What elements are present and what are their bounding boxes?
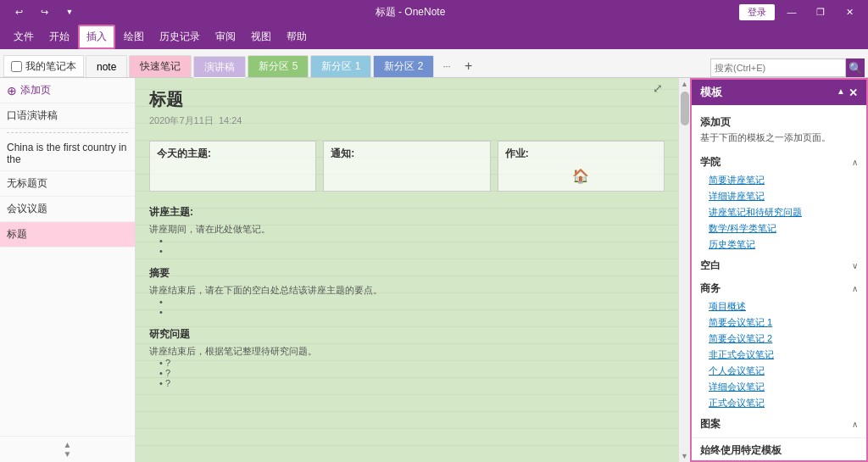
template-link-personal-meeting[interactable]: 个人会议笔记 xyxy=(692,363,866,379)
menu-home[interactable]: 开始 xyxy=(42,26,76,47)
note-content: ⤢ 标题 2020年7月11日 14:24 今天的主题: 通知: xyxy=(136,78,690,462)
menu-review[interactable]: 审阅 xyxy=(209,26,242,47)
category-business: 商务 ∧ 项目概述 简要会议笔记 1 简要会议笔记 2 非正式会议笔记 个人会议… xyxy=(692,279,866,411)
note-boxes: 今天的主题: 通知: 作业: 🏠 xyxy=(149,141,665,192)
menu-help[interactable]: 帮助 xyxy=(280,26,314,47)
quick-access-button[interactable]: ▼ xyxy=(58,3,81,21)
lecture-theme-content: 讲座期间，请在此处做笔记。 xyxy=(149,223,665,236)
category-business-arrow: ∧ xyxy=(852,284,858,293)
special-template-section: 始终使用特定模板 选择要用于当前分区中的所有新页的模板。 无状态模板 xyxy=(692,437,866,462)
redo-button[interactable]: ↪ xyxy=(32,3,56,21)
page-item-0[interactable]: 口语演讲稿 xyxy=(0,103,135,129)
add-page-button[interactable]: ⊕ 添加页 xyxy=(0,78,135,103)
note-box-theme[interactable]: 今天的主题: xyxy=(149,141,316,192)
summary-title: 摘要 xyxy=(149,266,665,281)
add-page-section-desc: 基于下面的模板之一添加页面。 xyxy=(700,131,858,144)
panel-close-button[interactable]: ✕ xyxy=(849,86,858,99)
template-link-brief-meeting1[interactable]: 简要会议笔记 1 xyxy=(692,314,866,331)
tab-section1[interactable]: 新分区 1 xyxy=(310,55,371,77)
home-icon: 🏠 xyxy=(505,168,657,184)
menubar: 文件 开始 插入 绘图 历史记录 审阅 视图 帮助 xyxy=(0,24,868,49)
note-box-notice[interactable]: 通知: xyxy=(323,141,490,192)
close-button[interactable]: ✕ xyxy=(837,3,861,21)
menu-history[interactable]: 历史记录 xyxy=(153,26,207,47)
category-academy-header[interactable]: 学院 ∧ xyxy=(692,153,866,172)
research-title: 研究问题 xyxy=(149,327,665,342)
search-button[interactable]: 🔍 xyxy=(846,58,865,77)
tab-lecture[interactable]: 演讲稿 xyxy=(193,56,246,78)
category-blank: 空白 ∨ xyxy=(692,256,866,276)
category-academy: 学院 ∧ 简要讲座笔记 详细讲座笔记 讲座笔记和待研究问题 数学/科学类笔记 历… xyxy=(692,153,866,253)
template-link-history[interactable]: 历史类笔记 xyxy=(692,237,866,253)
minimize-button[interactable]: — xyxy=(780,3,804,21)
page-item-3[interactable]: 会议议题 xyxy=(0,197,135,222)
bullet-1-1 xyxy=(159,307,665,317)
template-link-project-overview[interactable]: 项目概述 xyxy=(692,298,866,314)
undo-button[interactable]: ↩ xyxy=(7,3,31,21)
note-date: 2020年7月11日 14:24 xyxy=(149,114,665,127)
category-academy-name: 学院 xyxy=(700,155,721,170)
template-panel-header: 模板 ▲ ✕ xyxy=(692,80,866,105)
scroll-down-arrow[interactable]: ▼ xyxy=(679,450,690,462)
menu-view[interactable]: 视图 xyxy=(244,26,278,47)
category-business-name: 商务 xyxy=(700,281,721,296)
category-pattern-arrow: ∧ xyxy=(852,420,858,429)
bullet-2-2: ? xyxy=(159,378,665,388)
login-button[interactable]: 登录 xyxy=(739,4,775,20)
page-item-2[interactable]: 无标题页 xyxy=(0,171,135,197)
box-theme-label: 今天的主题: xyxy=(157,147,309,161)
tab-section2[interactable]: 新分区 2 xyxy=(373,55,434,77)
template-link-lecture-research[interactable]: 讲座笔记和待研究问题 xyxy=(692,204,866,220)
category-pattern-header[interactable]: 图案 ∧ xyxy=(692,415,866,434)
category-pattern: 图案 ∧ xyxy=(692,415,866,434)
titlebar-right: 登录 — ❐ ✕ xyxy=(739,3,861,21)
notebook-selector[interactable]: 我的笔记本 xyxy=(3,55,84,77)
menu-insert[interactable]: 插入 xyxy=(78,25,115,49)
template-link-formal-meeting[interactable]: 正式会议笔记 xyxy=(692,395,866,411)
note-box-homework[interactable]: 作业: 🏠 xyxy=(498,141,665,192)
bullet-1-0 xyxy=(159,297,665,307)
search-input[interactable] xyxy=(710,58,846,77)
note-inner: 标题 2020年7月11日 14:24 今天的主题: 通知: xyxy=(136,78,678,409)
template-link-brief-meeting2[interactable]: 简要会议笔记 2 xyxy=(692,331,866,347)
panel-scroll-up[interactable]: ▲ xyxy=(837,86,845,99)
notebook-checkbox[interactable] xyxy=(11,61,22,72)
template-link-informal-meeting[interactable]: 非正式会议笔记 xyxy=(692,347,866,363)
bullet-0-0 xyxy=(159,236,665,246)
notebook-label: 我的笔记本 xyxy=(25,59,76,74)
tab-note[interactable]: note xyxy=(86,55,127,77)
titlebar-left: ↩ ↪ ▼ xyxy=(7,3,81,21)
menu-draw[interactable]: 绘图 xyxy=(117,26,151,47)
template-link-brief-lecture[interactable]: 简要讲座笔记 xyxy=(692,172,866,188)
page-item-1[interactable]: China is the first country in the xyxy=(0,136,135,171)
category-blank-header[interactable]: 空白 ∨ xyxy=(692,256,866,276)
template-link-detailed-meeting[interactable]: 详细会议笔记 xyxy=(692,379,866,395)
page-list-scroll-down[interactable]: ▼ xyxy=(64,449,72,459)
bullet-2-0: ? xyxy=(159,358,665,368)
note-scroll-container: ⤢ 标题 2020年7月11日 14:24 今天的主题: 通知: xyxy=(136,78,678,462)
page-list-scroll-up[interactable]: ▲ xyxy=(64,440,72,449)
tab-more-button[interactable]: ··· xyxy=(436,55,457,77)
research-section: 研究问题 讲座结束后，根据笔记整理待研究问题。 ? ? ? xyxy=(149,327,665,388)
note-scrollbar[interactable]: ▲ ▼ xyxy=(678,78,690,462)
tab-section5[interactable]: 新分区 5 xyxy=(248,55,309,77)
page-item-4[interactable]: 标题 xyxy=(0,222,135,248)
add-tab-button[interactable]: + xyxy=(458,55,480,77)
scroll-thumb[interactable] xyxy=(681,92,689,125)
template-link-detailed-lecture[interactable]: 详细讲座笔记 xyxy=(692,188,866,204)
page-title-0: 口语演讲稿 xyxy=(7,109,58,121)
expand-button[interactable]: ⤢ xyxy=(653,81,663,95)
restore-button[interactable]: ❐ xyxy=(809,3,832,21)
box-notice-label: 通知: xyxy=(331,147,482,161)
scroll-up-arrow[interactable]: ▲ xyxy=(679,78,690,90)
bullet-0-1 xyxy=(159,246,665,256)
template-link-math-science[interactable]: 数学/科学类笔记 xyxy=(692,220,866,237)
add-page-section: 添加页 基于下面的模板之一添加页面。 xyxy=(692,105,866,153)
bullet-2-1: ? xyxy=(159,368,665,378)
template-panel-title: 模板 xyxy=(700,85,722,100)
category-blank-name: 空白 xyxy=(700,259,721,273)
menu-file[interactable]: 文件 xyxy=(7,26,41,47)
page-separator-0 xyxy=(7,132,128,133)
tab-quick-notes[interactable]: 快速笔记 xyxy=(129,55,192,77)
category-business-header[interactable]: 商务 ∧ xyxy=(692,279,866,298)
